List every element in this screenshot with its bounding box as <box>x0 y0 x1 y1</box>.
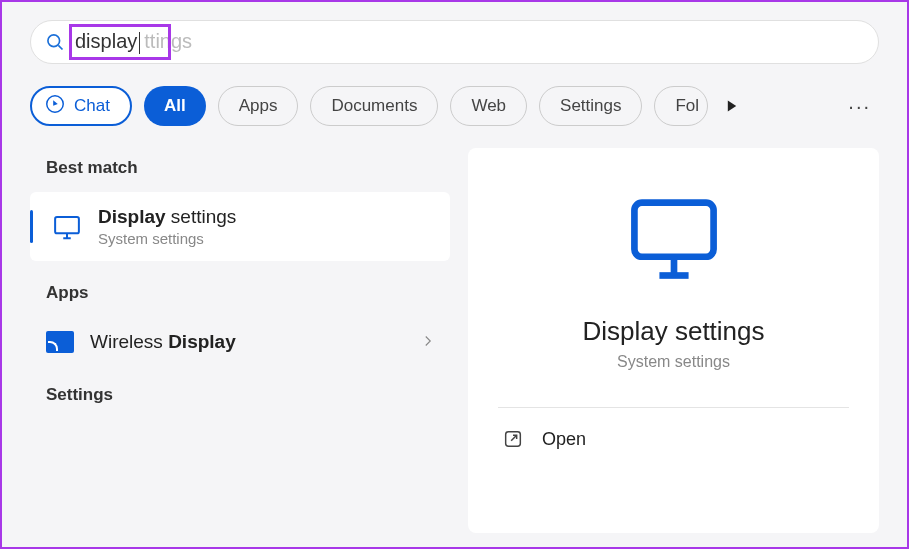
more-options-button[interactable]: ··· <box>840 87 879 126</box>
section-best-match: Best match <box>46 158 450 178</box>
results-area: Best match Display settings System setti… <box>30 148 879 533</box>
svg-rect-6 <box>634 203 713 257</box>
chat-label: Chat <box>74 96 110 116</box>
open-external-icon <box>502 428 524 450</box>
section-settings: Settings <box>46 385 450 405</box>
filter-row: Chat All Apps Documents Web Settings Fol… <box>30 86 879 126</box>
filter-settings[interactable]: Settings <box>539 86 642 126</box>
search-bar[interactable]: displayttings <box>30 20 879 64</box>
search-ghost-text: ttings <box>144 30 192 52</box>
preview-subtitle: System settings <box>617 353 730 371</box>
start-search-panel: displayttings Chat All Apps Documents We… <box>0 0 909 549</box>
preview-title: Display settings <box>582 316 764 347</box>
open-action[interactable]: Open <box>498 408 849 470</box>
monitor-icon-large <box>619 188 729 292</box>
result-text: Display settings System settings <box>98 206 236 247</box>
search-input[interactable]: displayttings <box>75 30 864 55</box>
app-result-wireless-display[interactable]: Wireless Display <box>30 317 450 367</box>
filter-folders[interactable]: Fol <box>654 86 708 126</box>
preview-pane: Display settings System settings Open <box>468 148 879 533</box>
bing-chat-icon <box>44 93 66 120</box>
open-label: Open <box>542 429 586 450</box>
scroll-right-icon[interactable] <box>720 99 744 113</box>
results-list: Best match Display settings System setti… <box>30 148 450 533</box>
search-typed-text: display <box>75 30 137 52</box>
section-apps: Apps <box>46 283 450 303</box>
filter-apps[interactable]: Apps <box>218 86 299 126</box>
svg-line-1 <box>58 45 62 49</box>
chevron-right-icon <box>422 333 434 351</box>
filter-documents[interactable]: Documents <box>310 86 438 126</box>
search-icon <box>45 32 65 52</box>
svg-rect-3 <box>55 217 79 233</box>
cast-icon <box>46 331 74 353</box>
text-caret <box>139 32 140 54</box>
filter-all[interactable]: All <box>144 86 206 126</box>
chat-chip[interactable]: Chat <box>30 86 132 126</box>
svg-point-0 <box>48 35 60 47</box>
best-match-result[interactable]: Display settings System settings <box>30 192 450 261</box>
filter-web[interactable]: Web <box>450 86 527 126</box>
monitor-icon <box>52 212 82 242</box>
